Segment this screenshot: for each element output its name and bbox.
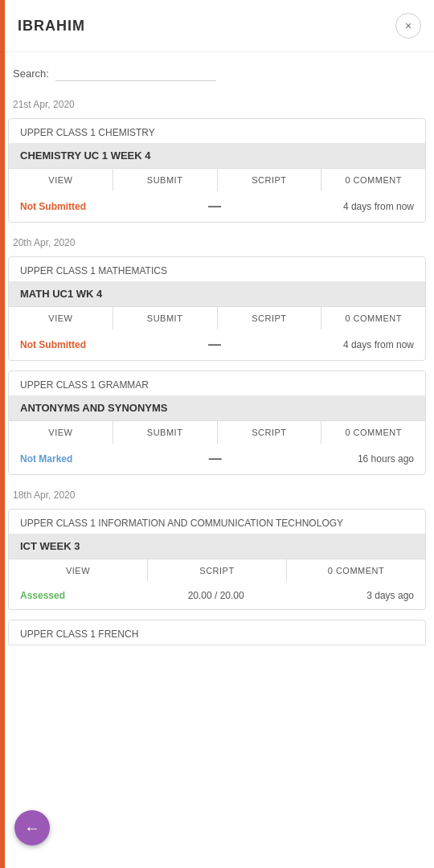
submit-button-2[interactable]: SUBMIT: [113, 307, 218, 330]
status-time-3: 16 hours ago: [358, 453, 414, 465]
status-label-3: Not Marked: [20, 453, 72, 465]
comment-button-1[interactable]: 0 COMMENT: [321, 169, 425, 191]
page-title: IBRAHIM: [18, 18, 85, 35]
card-mathematics: UPPER CLASS 1 MATHEMATICS MATH UC1 WK 4 …: [8, 256, 426, 361]
script-button-1[interactable]: SCRIPT: [218, 169, 322, 191]
status-dash-3: —: [209, 452, 222, 466]
submit-button-3[interactable]: SUBMIT: [113, 421, 218, 444]
view-button-4[interactable]: VIEW: [9, 559, 148, 582]
view-button-1[interactable]: VIEW: [9, 169, 113, 191]
status-time-4: 3 days ago: [366, 590, 414, 601]
card-french-partial: UPPER CLASS 1 FRENCH: [8, 620, 426, 645]
card-subject-3: UPPER CLASS 1 GRAMMAR: [9, 371, 425, 395]
left-accent-bar: [0, 0, 5, 868]
card-status-row-1: Not Submitted — 4 days from now: [9, 191, 425, 222]
card-title-2: MATH UC1 WK 4: [9, 281, 425, 306]
back-button[interactable]: ←: [14, 810, 50, 845]
script-button-4[interactable]: SCRIPT: [148, 559, 287, 582]
status-dash-2: —: [208, 338, 221, 352]
status-dash-1: —: [208, 199, 221, 214]
card-title-4: ICT WEEK 3: [9, 534, 425, 559]
card-status-row-3: Not Marked — 16 hours ago: [9, 444, 425, 474]
search-input[interactable]: [55, 65, 216, 81]
date-label-4: 18th Apr, 2020: [0, 485, 434, 506]
card-actions-4: VIEW SCRIPT 0 COMMENT: [9, 559, 425, 582]
comment-button-3[interactable]: 0 COMMENT: [321, 421, 425, 444]
card-actions-2: VIEW SUBMIT SCRIPT 0 COMMENT: [9, 306, 425, 330]
card-title-1: CHEMISTRY UC 1 WEEK 4: [9, 143, 425, 168]
page-container: IBRAHIM × Search: 21st Apr, 2020 UPPER C…: [0, 0, 434, 868]
header: IBRAHIM ×: [0, 0, 434, 52]
card-title-3: ANTONYMS AND SYNONYMS: [9, 395, 425, 420]
card-chemistry: UPPER CLASS 1 CHEMISTRY CHEMISTRY UC 1 W…: [8, 118, 426, 223]
search-label: Search:: [13, 68, 49, 80]
card-subject-french: UPPER CLASS 1 FRENCH: [9, 620, 425, 645]
close-button[interactable]: ×: [395, 13, 421, 39]
script-button-3[interactable]: SCRIPT: [218, 421, 322, 444]
card-actions-3: VIEW SUBMIT SCRIPT 0 COMMENT: [9, 420, 425, 444]
status-label-4: Assessed: [20, 590, 65, 601]
card-grammar: UPPER CLASS 1 GRAMMAR ANTONYMS AND SYNON…: [8, 371, 426, 475]
search-area: Search:: [0, 52, 434, 94]
card-status-row-2: Not Submitted — 4 days from now: [9, 330, 425, 360]
card-actions-1: VIEW SUBMIT SCRIPT 0 COMMENT: [9, 168, 425, 191]
card-subject-1: UPPER CLASS 1 CHEMISTRY: [9, 119, 425, 143]
date-label-1: 21st Apr, 2020: [0, 94, 434, 115]
view-button-3[interactable]: VIEW: [9, 421, 113, 444]
status-score-4: 20.00 / 20.00: [188, 590, 244, 601]
submit-button-1[interactable]: SUBMIT: [113, 169, 218, 191]
status-time-1: 4 days from now: [343, 201, 414, 212]
comment-button-4[interactable]: 0 COMMENT: [287, 559, 425, 582]
card-subject-4: UPPER CLASS 1 INFORMATION AND COMMUNICAT…: [9, 510, 425, 534]
status-label-2: Not Submitted: [20, 339, 86, 350]
status-time-2: 4 days from now: [343, 339, 414, 350]
comment-button-2[interactable]: 0 COMMENT: [321, 307, 425, 330]
card-status-row-4: Assessed 20.00 / 20.00 3 days ago: [9, 582, 425, 609]
view-button-2[interactable]: VIEW: [9, 307, 113, 330]
date-label-2: 20th Apr, 2020: [0, 232, 434, 253]
card-subject-2: UPPER CLASS 1 MATHEMATICS: [9, 257, 425, 281]
card-ict: UPPER CLASS 1 INFORMATION AND COMMUNICAT…: [8, 509, 426, 610]
status-label-1: Not Submitted: [20, 201, 86, 212]
script-button-2[interactable]: SCRIPT: [218, 307, 322, 330]
